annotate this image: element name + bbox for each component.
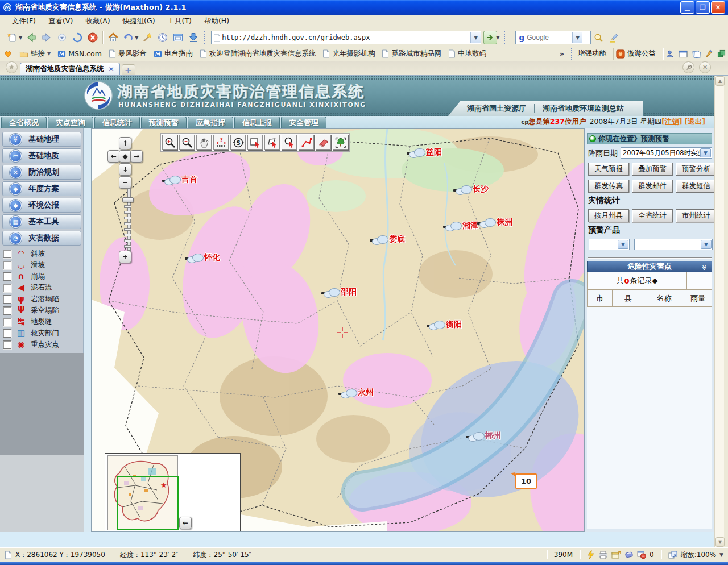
danger-points-header[interactable]: 危险性灾害点 ≫ xyxy=(587,261,712,272)
sidebar-button[interactable]: ▭基础地质 xyxy=(2,148,81,163)
sidebar-button[interactable]: ◆环境公报 xyxy=(2,198,81,213)
highlight-button[interactable] xyxy=(606,30,622,45)
map-tool-measure[interactable]: ? xyxy=(213,135,229,150)
panel-button[interactable]: 预警分析 xyxy=(676,163,714,176)
close-button[interactable]: ✕ xyxy=(711,1,725,14)
sidebar-button[interactable]: ✕防治规划 xyxy=(2,165,81,180)
map-tool-select-polygon[interactable] xyxy=(264,135,280,150)
weather-cloud-icon[interactable] xyxy=(372,235,389,245)
panel-button[interactable]: 天气预报 xyxy=(588,163,629,176)
resize-page-icon[interactable] xyxy=(668,551,677,559)
chevron-down-icon[interactable]: ▼ xyxy=(618,240,628,249)
map-tool-scale[interactable]: S xyxy=(230,135,246,150)
extra-menu-item[interactable]: 增强功能 xyxy=(578,49,606,59)
pan-down-button[interactable]: ↓ xyxy=(119,163,131,176)
nav-tab[interactable]: 信息上报 xyxy=(234,117,280,128)
chevron-down-icon[interactable]: ▼ xyxy=(701,240,712,249)
address-bar[interactable]: ▼ xyxy=(211,31,481,44)
window-button[interactable] xyxy=(679,50,688,58)
layer-checkbox[interactable] xyxy=(3,261,11,269)
charity-menu-item[interactable]: 傲游公益 xyxy=(616,49,656,59)
layer-checkbox[interactable] xyxy=(3,329,11,338)
favorites-star-button[interactable] xyxy=(6,61,18,73)
bookmark-item[interactable]: 暴风影音 xyxy=(109,49,147,59)
apps-button[interactable] xyxy=(717,49,726,58)
printer-icon[interactable] xyxy=(598,551,608,559)
bookmark-item[interactable]: 电台指南 xyxy=(154,49,193,59)
map-viewport[interactable]: ?S ↑ ← ◆ → ↓ − + 吉首益阳长沙湘潭株洲娄底怀化邵阳衡阳永州郴州 … xyxy=(91,128,585,532)
pan-up-button[interactable]: ↑ xyxy=(119,137,131,149)
new-window-icon[interactable] xyxy=(611,551,621,559)
undo-button[interactable] xyxy=(121,30,136,45)
menu-item[interactable]: 帮助(H) xyxy=(198,15,235,28)
city-label[interactable]: 吉首 xyxy=(181,175,197,185)
search-engine-dropdown[interactable]: ▼ xyxy=(572,32,582,43)
weather-cloud-icon[interactable] xyxy=(479,218,497,228)
back-button[interactable] xyxy=(23,30,39,45)
map-tool-draw-line[interactable] xyxy=(299,135,314,150)
overview-map[interactable]: ★ xyxy=(107,455,178,530)
weather-cloud-icon[interactable] xyxy=(324,288,341,298)
tab-close-all-button[interactable]: ✕ xyxy=(699,61,711,73)
city-label[interactable]: 株洲 xyxy=(497,217,512,227)
map-tool-eraser[interactable] xyxy=(316,135,331,150)
weather-cloud-icon[interactable] xyxy=(164,176,181,185)
chevron-down-icon[interactable]: ▼ xyxy=(700,148,711,157)
download-button[interactable] xyxy=(185,30,201,45)
bookmark-item[interactable]: 光年摄影机构 xyxy=(322,49,375,59)
history-button[interactable] xyxy=(155,30,170,45)
overview-extent-rect[interactable] xyxy=(117,476,179,530)
panel-button[interactable]: 群发传真 xyxy=(588,180,629,193)
banner-link[interactable]: 湖南省国土资源厅 xyxy=(467,103,526,114)
logout-link[interactable]: [注销] xyxy=(661,117,682,126)
map-tool-pan[interactable] xyxy=(196,135,212,150)
restore-button[interactable]: ❐ xyxy=(696,1,710,14)
search-box[interactable]: g▼ xyxy=(515,31,591,44)
chevron-down-icon[interactable]: ▼ xyxy=(135,35,138,40)
menu-item[interactable]: 文件(F) xyxy=(6,15,42,28)
overview-collapse-button[interactable]: ← xyxy=(179,517,192,529)
layer-checkbox[interactable] xyxy=(3,306,11,315)
layer-checkbox[interactable] xyxy=(3,250,11,258)
profile-button[interactable] xyxy=(665,49,674,58)
zoom-out-slider-button[interactable]: − xyxy=(119,176,131,189)
cleaner-icon[interactable] xyxy=(624,551,634,559)
sidebar-button[interactable]: ◆年度方案 xyxy=(2,181,81,196)
city-label[interactable]: 邵阳 xyxy=(341,287,357,297)
boost-icon[interactable] xyxy=(587,550,595,559)
sidebar-button[interactable]: ◔灾害数据 xyxy=(2,231,81,246)
weather-cloud-icon[interactable] xyxy=(341,389,358,398)
panel-button[interactable]: 按月州县 xyxy=(588,209,629,222)
nav-tab[interactable]: 信息统计 xyxy=(94,117,140,128)
scroll-down-arrow[interactable]: ▼ xyxy=(715,537,725,547)
weather-cloud-icon[interactable] xyxy=(445,222,462,231)
layer-checkbox[interactable] xyxy=(3,284,11,292)
product-select-2[interactable]: ▼ xyxy=(634,239,713,250)
panel-button[interactable]: 市州统计 xyxy=(676,209,714,222)
refresh-button[interactable] xyxy=(69,30,85,45)
new-page-button[interactable] xyxy=(5,30,20,45)
bookmarks-overflow-button[interactable]: » xyxy=(560,49,564,58)
panel-button[interactable]: 叠加预警 xyxy=(632,163,673,176)
page-scrollbar[interactable]: ▲ ▼ xyxy=(714,76,724,547)
favorites-heart-button[interactable] xyxy=(3,49,13,58)
map-tool-select-circle[interactable] xyxy=(282,135,297,150)
url-dropdown-button[interactable]: ▼ xyxy=(470,32,481,43)
map-tool-zoom-out[interactable] xyxy=(179,135,195,150)
city-label[interactable]: 益阳 xyxy=(426,147,442,157)
menu-item[interactable]: 收藏(A) xyxy=(79,15,116,28)
active-tab[interactable]: 湖南省地质灾害信息系统✕ xyxy=(20,63,120,75)
menu-item[interactable]: 工具(T) xyxy=(162,15,198,28)
city-label[interactable]: 怀化 xyxy=(204,252,220,263)
bookmark-item[interactable]: 觅路城市精品网 xyxy=(382,49,441,59)
map-tool-select-rect[interactable] xyxy=(247,135,263,150)
notes-button[interactable] xyxy=(692,50,701,58)
bookmark-item[interactable]: MSN.com xyxy=(57,49,102,58)
menu-item[interactable]: 快捷组(G) xyxy=(117,15,162,28)
pen-button[interactable] xyxy=(705,49,713,58)
scroll-up-arrow[interactable]: ▲ xyxy=(715,76,725,86)
zoom-slider-handle[interactable] xyxy=(122,197,134,202)
zoom-level[interactable]: 缩放:100% xyxy=(681,550,716,560)
warning-flag-marker[interactable]: 10 xyxy=(515,473,537,489)
chevron-down-icon[interactable]: ▼ xyxy=(19,35,22,40)
